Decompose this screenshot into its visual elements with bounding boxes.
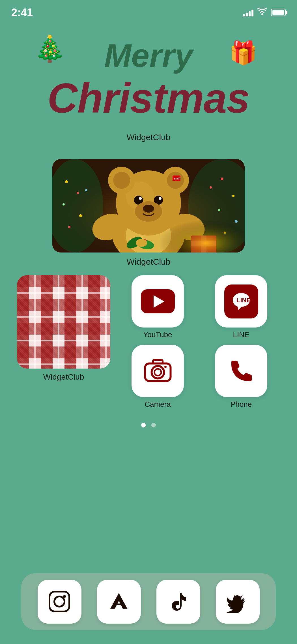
svg-point-0: [261, 13, 263, 15]
teddy-widget[interactable]: Steiff: [52, 159, 245, 253]
camera-svg-icon: [142, 356, 173, 387]
signal-icon: [243, 8, 253, 16]
status-bar: 2:41: [0, 0, 297, 20]
twitter-dock-icon[interactable]: [216, 580, 260, 624]
camera-label: Camera: [145, 400, 171, 409]
line-app-icon[interactable]: LINE: [215, 275, 267, 328]
instagram-svg: [48, 590, 71, 613]
status-time: 2:41: [11, 7, 33, 19]
widget-club-label-hero: WidgetClub: [126, 132, 170, 142]
phone-app-icon[interactable]: [215, 345, 267, 397]
twitter-svg: [226, 590, 249, 613]
teddy-widget-label: WidgetClub: [126, 257, 170, 267]
teddy-svg: Steiff: [52, 159, 245, 253]
svg-rect-51: [50, 592, 69, 611]
teddy-widget-section: Steiff: [0, 151, 297, 267]
plaid-widget-label: WidgetClub: [43, 373, 84, 382]
svg-point-48: [152, 366, 164, 378]
page-dot-1: [141, 423, 146, 427]
wifi-icon: [257, 8, 267, 18]
svg-point-52: [54, 596, 64, 607]
instagram-dock-icon[interactable]: [38, 580, 81, 624]
camera-app-icon[interactable]: [132, 345, 184, 397]
youtube-app-wrapper: YouTube: [119, 275, 197, 339]
app-grid-section: WidgetClub YouTube: [0, 267, 297, 409]
page-dots: [0, 423, 297, 427]
svg-point-50: [164, 366, 167, 368]
svg-rect-44: [52, 159, 245, 253]
phone-app-wrapper: Phone: [202, 345, 280, 409]
youtube-label: YouTube: [143, 330, 172, 339]
dock: [21, 573, 276, 630]
tiktok-dock-icon[interactable]: [156, 580, 200, 624]
youtube-play-icon: [154, 295, 164, 308]
camera-app-wrapper: Camera: [119, 345, 197, 409]
merry-christmas-widget: 🎄 🎁 Merry Christmas: [17, 31, 280, 128]
plaid-canvas: [17, 275, 110, 369]
battery-icon: [271, 9, 286, 16]
svg-text:LINE: LINE: [236, 297, 251, 304]
phone-svg-icon: [226, 356, 257, 387]
status-icons: [243, 8, 286, 18]
appstore-dock-icon[interactable]: [97, 580, 141, 624]
appstore-svg: [107, 590, 130, 613]
line-app-wrapper: LINE LINE: [202, 275, 280, 339]
tiktok-svg: [167, 590, 190, 613]
svg-point-53: [63, 595, 66, 598]
plaid-widget[interactable]: [17, 275, 110, 369]
merry-text: Merry: [23, 37, 274, 74]
plaid-widget-col: WidgetClub: [17, 275, 110, 382]
line-svg-icon: LINE: [229, 289, 254, 314]
line-label: LINE: [233, 330, 249, 339]
phone-label: Phone: [231, 400, 252, 409]
svg-point-49: [154, 369, 161, 376]
app-icons-grid: YouTube LINE LINE: [119, 275, 280, 409]
page-dot-2: [151, 423, 156, 427]
hero-section: 🎄 🎁 Merry Christmas WidgetClub: [0, 20, 297, 148]
christmas-text: Christmas: [23, 74, 274, 122]
youtube-app-icon[interactable]: [132, 275, 184, 328]
